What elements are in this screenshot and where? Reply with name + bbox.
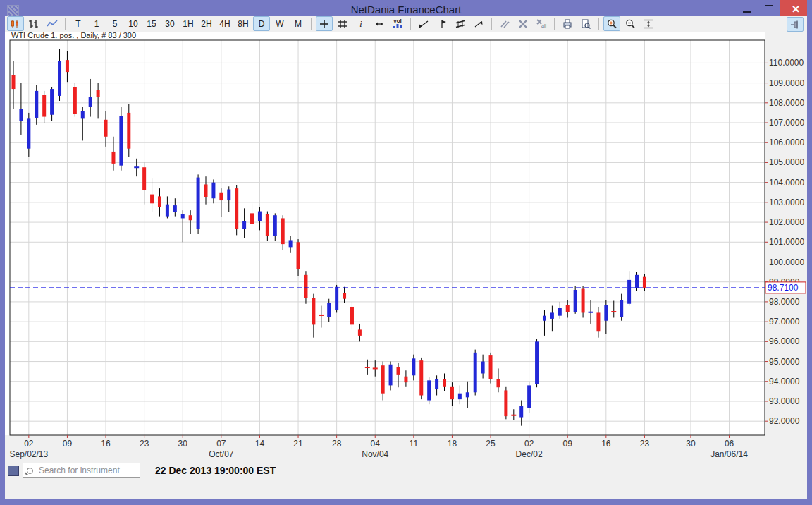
search-input[interactable] bbox=[37, 465, 149, 476]
toolbar-right bbox=[786, 17, 804, 32]
timescale-daily-button[interactable]: D bbox=[253, 16, 270, 31]
candlestick-chart[interactable]: 92.000093.000094.000095.000096.000097.00… bbox=[5, 32, 807, 461]
volume-button[interactable]: vol bbox=[389, 16, 406, 31]
trendline-button[interactable] bbox=[415, 16, 432, 31]
info-button[interactable]: i bbox=[352, 16, 369, 31]
timescale-10min-button[interactable]: 10 bbox=[125, 16, 142, 31]
instrument-label: WTI Crude 1. pos. , Daily, # 83 / 300 bbox=[11, 32, 136, 39]
timescale-15min-button[interactable]: 15 bbox=[143, 16, 160, 31]
y-axis-label: 110.0000 bbox=[769, 58, 804, 68]
x-axis-month-label: Dec/02 bbox=[516, 449, 543, 459]
timescale-8h-button[interactable]: 8H bbox=[235, 16, 252, 31]
x-axis-label: 02 bbox=[524, 439, 534, 449]
grid-icon bbox=[337, 18, 348, 30]
x-axis-label: 11 bbox=[410, 439, 419, 449]
print-preview-button[interactable] bbox=[577, 16, 594, 31]
maximize-icon bbox=[765, 5, 773, 13]
horizontal-zoom-button[interactable] bbox=[371, 16, 388, 31]
x-axis-label: 23 bbox=[640, 439, 650, 449]
y-axis-label: 92.0000 bbox=[769, 416, 800, 426]
fit-vertical-button[interactable] bbox=[640, 16, 657, 31]
delete-line-button[interactable] bbox=[515, 16, 531, 31]
y-axis-label: 103.0000 bbox=[769, 197, 804, 207]
trend2-icon bbox=[436, 18, 448, 30]
timescale-5min-button[interactable]: 5 bbox=[106, 16, 123, 31]
y-axis-label: 109.0000 bbox=[769, 78, 804, 88]
y-axis-label: 95.0000 bbox=[769, 357, 800, 367]
x-axis-month-label: Oct/07 bbox=[209, 449, 234, 459]
x-axis-label: 14 bbox=[255, 439, 265, 449]
status-bar: 22 Dec 2013 19:00:00 EST bbox=[5, 461, 807, 480]
delete-all-lines-button[interactable]: all bbox=[533, 16, 550, 31]
zoomin-icon bbox=[606, 18, 617, 30]
pin-toolbar-button[interactable] bbox=[787, 17, 804, 32]
minimize-icon bbox=[743, 11, 751, 13]
y-axis-label: 93.0000 bbox=[769, 396, 800, 406]
toolbar: T151015301H2H4H8HDWMivolall bbox=[5, 16, 807, 32]
vfit-icon bbox=[643, 18, 654, 30]
x-axis-label: 04 bbox=[371, 439, 381, 449]
timescale-weekly-button[interactable]: W bbox=[271, 16, 288, 31]
y-axis-label: 106.0000 bbox=[769, 138, 804, 147]
timescale-30min-button[interactable]: 30 bbox=[161, 16, 178, 31]
zoom-in-button[interactable] bbox=[603, 16, 620, 31]
candle bbox=[489, 353, 493, 384]
xicon-icon bbox=[517, 18, 529, 30]
candle bbox=[474, 350, 477, 396]
candle bbox=[235, 185, 238, 236]
candle bbox=[427, 377, 431, 404]
channel-button[interactable] bbox=[452, 16, 469, 31]
parallel-icon bbox=[499, 18, 510, 30]
x-axis-label: 30 bbox=[686, 439, 696, 449]
y-axis-label: 97.0000 bbox=[769, 317, 800, 327]
print-button[interactable] bbox=[559, 16, 576, 31]
x-axis-label: 18 bbox=[448, 439, 457, 449]
candlestick-chart-button[interactable] bbox=[7, 16, 24, 31]
candle bbox=[335, 285, 338, 312]
grid-button[interactable] bbox=[334, 16, 351, 31]
svg-text:all: all bbox=[541, 23, 546, 28]
instrument-window-icon[interactable] bbox=[8, 466, 19, 476]
x-axis-month-label: Sep/02/13 bbox=[9, 449, 48, 459]
chart-area[interactable]: 92.000093.000094.000095.000096.000097.00… bbox=[5, 32, 807, 461]
svg-text:98.7100: 98.7100 bbox=[768, 283, 799, 293]
x-axis-label: 28 bbox=[332, 439, 342, 449]
x-axis-label: 25 bbox=[486, 439, 496, 449]
timescale-1h-button[interactable]: 1H bbox=[180, 16, 197, 31]
ohlc-bars-button[interactable] bbox=[25, 16, 42, 31]
y-axis-label: 108.0000 bbox=[769, 98, 804, 108]
toolbar-separator bbox=[410, 18, 411, 30]
timescale-monthly-button[interactable]: M bbox=[290, 16, 307, 31]
candle bbox=[504, 387, 508, 420]
timescale-4h-button[interactable]: 4H bbox=[216, 16, 233, 31]
ray-button[interactable] bbox=[470, 16, 487, 31]
toolbar-separator bbox=[598, 18, 599, 30]
candle bbox=[197, 174, 200, 234]
zoom-out-button[interactable] bbox=[622, 16, 639, 31]
candle bbox=[419, 358, 423, 399]
x-axis-label: 02 bbox=[24, 439, 34, 449]
preview-icon bbox=[580, 18, 591, 30]
x-axis-label: 09 bbox=[563, 439, 573, 449]
ray-icon bbox=[473, 18, 484, 30]
toolbar-separator bbox=[554, 18, 555, 30]
timescale-tick-button[interactable]: T bbox=[70, 16, 87, 31]
hresize-icon bbox=[374, 18, 385, 30]
y-axis-label: 104.0000 bbox=[769, 178, 804, 188]
toolbar-separator bbox=[491, 18, 492, 30]
xall-icon: all bbox=[536, 18, 547, 30]
y-axis-label: 100.0000 bbox=[769, 257, 804, 267]
x-axis-label: 07 bbox=[216, 439, 226, 449]
edit-lines-button[interactable] bbox=[496, 16, 513, 31]
timescale-2h-button[interactable]: 2H bbox=[198, 16, 215, 31]
timestamp: 22 Dec 2013 19:00:00 EST bbox=[155, 465, 276, 476]
y-axis-label: 96.0000 bbox=[769, 336, 800, 346]
crosshair-button[interactable] bbox=[316, 16, 333, 31]
line-chart-button[interactable] bbox=[44, 16, 61, 31]
candle bbox=[119, 107, 123, 170]
semi-trendline-button[interactable] bbox=[433, 16, 450, 31]
search-box[interactable] bbox=[23, 463, 140, 478]
toolbar-separator bbox=[311, 18, 312, 30]
timescale-1min-button[interactable]: 1 bbox=[88, 16, 105, 31]
pin-icon bbox=[789, 19, 801, 30]
